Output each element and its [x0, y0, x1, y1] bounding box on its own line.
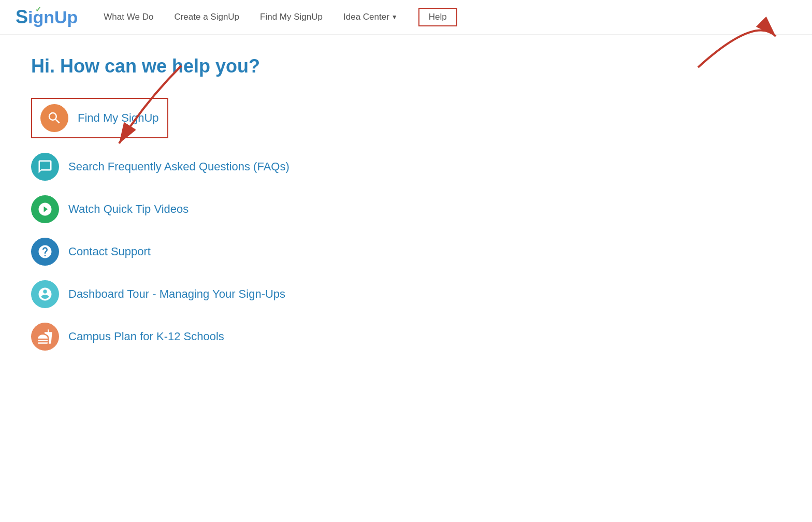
menu-item-videos[interactable]: Watch Quick Tip Videos	[31, 195, 781, 223]
logo-s: S	[16, 6, 28, 27]
support-label: Contact Support	[68, 245, 151, 258]
menu-item-support[interactable]: Contact Support	[31, 238, 781, 266]
logo-checkmark: ✓	[35, 5, 41, 13]
videos-icon	[31, 195, 59, 223]
nav-what-we-do[interactable]: What We Do	[104, 12, 153, 22]
dropdown-arrow-icon: ▼	[392, 13, 398, 21]
faqs-icon	[31, 153, 59, 181]
videos-label: Watch Quick Tip Videos	[68, 202, 189, 216]
main-content: Hi. How can we help you? Find My SignUp …	[0, 35, 812, 371]
logo[interactable]: SignUp ✓	[16, 6, 78, 28]
campus-icon	[31, 323, 59, 351]
support-icon	[31, 238, 59, 266]
menu-item-campus[interactable]: Campus Plan for K-12 Schools	[31, 323, 781, 351]
find-signup-icon	[40, 104, 68, 132]
menu-item-dashboard[interactable]: Dashboard Tour - Managing Your Sign-Ups	[31, 280, 781, 308]
faqs-label: Search Frequently Asked Questions (FAQs)	[68, 160, 289, 173]
menu-item-find-signup[interactable]: Find My SignUp	[31, 98, 781, 138]
help-menu-list: Find My SignUp Search Frequently Asked Q…	[31, 98, 781, 351]
nav-idea-center[interactable]: Idea Center ▼	[343, 12, 398, 22]
campus-label: Campus Plan for K-12 Schools	[68, 330, 224, 343]
menu-item-faqs[interactable]: Search Frequently Asked Questions (FAQs)	[31, 153, 781, 181]
nav-create-signup[interactable]: Create a SignUp	[174, 12, 239, 22]
nav-help[interactable]: Help	[418, 8, 457, 26]
find-signup-label: Find My SignUp	[78, 111, 159, 125]
dashboard-label: Dashboard Tour - Managing Your Sign-Ups	[68, 287, 285, 301]
dashboard-icon	[31, 280, 59, 308]
page-heading: Hi. How can we help you?	[31, 55, 781, 77]
header: SignUp ✓ What We Do Create a SignUp Find…	[0, 0, 812, 35]
nav-find-my-signup[interactable]: Find My SignUp	[260, 12, 323, 22]
